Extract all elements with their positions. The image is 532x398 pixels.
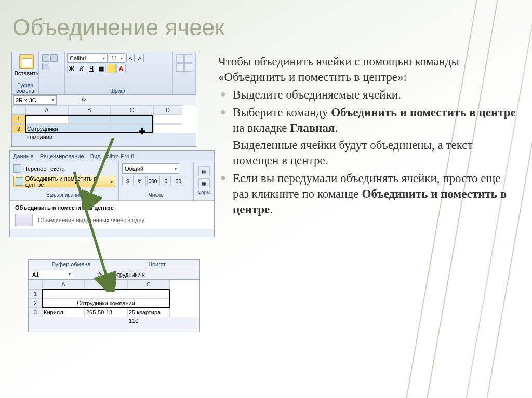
name-box[interactable]: A1▾ [30,270,73,279]
col-header-a[interactable]: A [42,280,85,289]
merged-cell-row2[interactable]: Сотрудники компании [42,298,170,308]
select-all-corner[interactable] [29,280,42,289]
cell-a2[interactable]: Сотрудники компании [25,124,68,133]
col-header-c[interactable]: C [127,280,170,289]
increase-decimal-icon[interactable]: .0 [159,176,171,186]
percent-icon[interactable]: % [135,176,146,186]
tab-review[interactable]: Рецензирование [40,153,84,159]
row-header-1[interactable]: 1 [29,289,42,298]
paragraph-3: Выделенные ячейки будут объединены, а те… [218,138,517,169]
wrap-text-icon [13,164,21,173]
body-text: Чтобы объединить ячейки с помощью команд… [218,54,517,219]
name-box[interactable]: 2R x 3C▾ [13,95,57,105]
intro-paragraph: Чтобы объединить ячейки с помощью команд… [218,54,517,85]
cell-b3[interactable]: 265-50-18 [85,308,127,317]
col-header-a[interactable]: A [25,105,68,115]
tooltip-title: Объединить и поместить в центре [15,204,209,211]
formula-bar-value[interactable]: Сотрудники к [110,271,144,278]
fx-label: fx [77,97,90,103]
align-top-icon[interactable] [176,54,184,63]
screenshot-result: Буфер обмена Шрифт A1▾ fx Сотрудники к A… [28,259,200,332]
border-button[interactable]: ▦ [97,64,106,73]
underline-button[interactable]: Ч [87,64,96,73]
cell-b2[interactable] [68,124,111,133]
align-left-icon[interactable] [176,63,184,72]
row-header-2[interactable]: 2 [29,298,42,308]
alignment-group-caption: Выравнивание [13,192,115,198]
merge-center-icon [16,177,23,186]
align-center-icon[interactable] [184,63,192,72]
align-middle-icon[interactable] [184,54,192,63]
cut-icon[interactable] [42,54,49,62]
bold-button[interactable]: Ж [67,64,76,73]
fx-label: fx [94,271,107,278]
bullet-4: Если вы передумали объединять ячейки, пр… [218,171,517,217]
cursor-plus-icon: ✚ [139,127,145,136]
clipboard-group-caption: Буфер обмена [14,83,36,94]
cell-b1[interactable] [68,115,111,124]
bullet-2: Выберите команду Объединить и поместить … [218,105,517,136]
number-group-caption: Число [122,192,190,198]
copy-icon[interactable] [50,54,58,62]
shrink-font-icon[interactable]: A [136,54,144,62]
font-size-combo[interactable]: 11▾ [109,53,125,63]
font-name-combo[interactable]: Calibri▾ [67,53,108,63]
font-color-button[interactable]: A [116,64,126,73]
cell-c1[interactable] [111,115,153,124]
paste-icon [19,54,34,69]
row-header-2[interactable]: 2 [12,124,25,133]
cell-a1[interactable] [25,115,68,124]
tab-nitro[interactable]: Nitro Pro 8 [107,153,135,159]
merge-center-button[interactable]: Объединить и поместить в центре ▾ [13,176,115,187]
paste-button[interactable]: Вставить [14,53,39,76]
format-group-caption: Форм [198,190,210,196]
tooltip: Объединить и поместить в центре Объедине… [10,201,214,229]
merged-cell-row1[interactable] [42,289,170,298]
cell-d2[interactable] [153,124,182,133]
font-group-caption: Шрифт [114,260,199,269]
number-format-combo[interactable]: Общий▾ [122,163,179,174]
format-table-icon[interactable]: ▦ [198,178,210,188]
format-painter-icon[interactable] [42,63,49,70]
select-all-corner[interactable] [12,105,25,115]
fill-color-button[interactable] [107,64,116,73]
tooltip-description: Объединение выделенных ячеек в одну [38,217,144,223]
tab-data[interactable]: Данные [13,153,34,159]
tooltip-thumbnail-icon [15,214,33,226]
italic-button[interactable]: К [77,64,86,73]
cell-d1[interactable] [153,115,182,124]
cell-c3[interactable]: 25 квартира 110 [127,308,170,317]
screenshot-select-cells: Вставить Буфер обмена Calibri▾ 11▾ A [11,52,196,147]
cell-c2[interactable] [111,124,153,133]
font-group-caption: Шрифт [67,88,170,94]
wrap-text-button[interactable]: Перенос текста [13,163,115,174]
comma-icon[interactable]: 000 [147,176,158,186]
row-header-1[interactable]: 1 [12,115,25,124]
col-header-d[interactable]: D [153,105,182,115]
clipboard-group-caption: Буфер обмена [29,260,114,269]
col-header-b[interactable]: B [68,105,111,115]
decrease-decimal-icon[interactable]: .00 [172,176,183,186]
tab-view[interactable]: Вид [90,153,101,159]
slide-title: Объединение ячеек [12,15,225,40]
col-header-c[interactable]: C [111,105,153,115]
bullet-1: Выделите объединяемые ячейки. [218,87,517,103]
conditional-format-icon[interactable]: ▤ [198,166,210,176]
currency-icon[interactable]: $ [122,176,134,186]
cursor-arrow-icon: ↖ [74,179,81,187]
cell-a3[interactable]: Кирилл [42,308,85,317]
grow-font-icon[interactable]: A [126,54,135,62]
row-header-3[interactable]: 3 [29,308,42,317]
screenshot-merge-command: Данные Рецензирование Вид Nitro Pro 8 Пе… [9,150,215,237]
col-header-b[interactable]: B [85,280,127,289]
